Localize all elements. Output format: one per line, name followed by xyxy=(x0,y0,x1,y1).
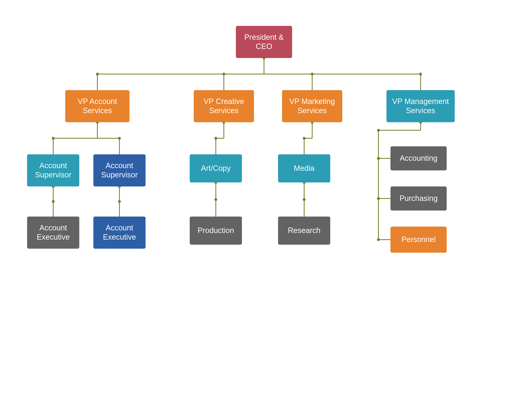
svg-point-58 xyxy=(377,129,380,132)
svg-point-57 xyxy=(377,238,380,241)
node-purchasing: Purchasing xyxy=(391,186,447,210)
node-media: Media xyxy=(278,154,330,183)
node-vp-creative: VP Creative Services xyxy=(194,90,254,122)
node-research: Research xyxy=(278,216,330,245)
svg-point-22 xyxy=(52,200,55,203)
svg-point-14 xyxy=(52,137,55,140)
svg-point-55 xyxy=(377,197,380,200)
node-acct-exec1: Account Executive xyxy=(27,216,79,249)
node-personnel: Personnel xyxy=(391,227,447,253)
node-acct-exec2: Account Executive xyxy=(93,216,146,249)
svg-point-5 xyxy=(222,73,225,76)
svg-point-27 xyxy=(118,200,121,203)
svg-point-32 xyxy=(214,137,217,140)
node-vp-account: VP Account Services xyxy=(65,90,129,122)
node-vp-marketing: VP Marketing Services xyxy=(282,90,342,122)
org-chart: President & CEO VP Account Services VP C… xyxy=(15,14,517,385)
svg-point-7 xyxy=(311,73,314,76)
svg-point-37 xyxy=(214,198,217,201)
svg-point-3 xyxy=(96,73,99,76)
svg-point-42 xyxy=(303,137,305,140)
svg-point-47 xyxy=(303,198,305,201)
node-president: President & CEO xyxy=(236,26,292,58)
node-acct-sup1: Account Supervisor xyxy=(27,154,79,186)
svg-point-9 xyxy=(419,73,422,76)
node-acct-sup2: Account Supervisor xyxy=(93,154,146,186)
node-vp-management: VP Management Services xyxy=(386,90,455,122)
svg-point-53 xyxy=(377,157,380,160)
node-accounting: Accounting xyxy=(391,146,447,170)
node-production: Production xyxy=(190,216,242,245)
node-art-copy: Art/Copy xyxy=(190,154,242,183)
svg-point-16 xyxy=(118,137,121,140)
